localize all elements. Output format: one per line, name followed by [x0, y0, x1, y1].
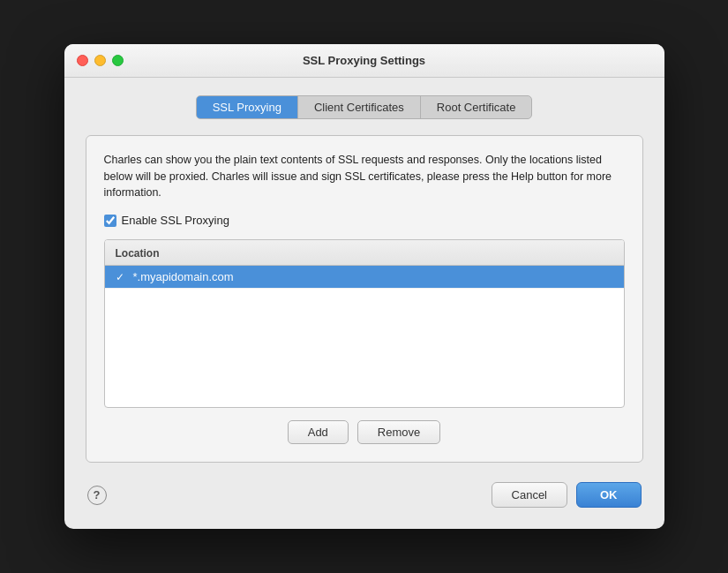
maximize-button[interactable] [112, 55, 124, 66]
description-text: Charles can show you the plain text cont… [104, 152, 625, 201]
titlebar: SSL Proxying Settings [64, 44, 664, 78]
tab-root-certificate[interactable]: Root Certificate [421, 96, 532, 118]
action-buttons: Add Remove [104, 420, 625, 444]
location-column-header: Location [116, 247, 160, 260]
table-row[interactable]: ✓ *.myapidomain.com [105, 266, 624, 289]
window-content: SSL Proxying Client Certificates Root Ce… [64, 78, 664, 529]
tabs-container: SSL Proxying Client Certificates Root Ce… [86, 95, 643, 119]
table-header: Location [105, 240, 624, 266]
minimize-button[interactable] [94, 55, 106, 66]
close-button[interactable] [77, 55, 88, 66]
row-location-value: *.myapidomain.com [133, 270, 234, 283]
tab-ssl-proxying[interactable]: SSL Proxying [197, 96, 298, 118]
row-checkmark-icon: ✓ [116, 271, 124, 283]
table-body: ✓ *.myapidomain.com [105, 266, 624, 407]
cancel-button[interactable]: Cancel [492, 482, 567, 508]
ssl-proxying-window: SSL Proxying Settings SSL Proxying Clien… [64, 44, 664, 529]
enable-ssl-proxying-checkbox[interactable] [104, 215, 116, 227]
ok-button[interactable]: OK [576, 482, 642, 508]
help-button[interactable]: ? [87, 486, 107, 505]
window-title: SSL Proxying Settings [303, 54, 425, 67]
enable-ssl-proxying-row: Enable SSL Proxying [104, 214, 625, 227]
traffic-lights [77, 55, 124, 66]
footer-right-buttons: Cancel OK [492, 482, 642, 508]
enable-ssl-proxying-label: Enable SSL Proxying [122, 214, 229, 227]
footer: ? Cancel OK [86, 482, 643, 508]
tab-bar: SSL Proxying Client Certificates Root Ce… [196, 95, 533, 119]
remove-button[interactable]: Remove [357, 420, 440, 444]
locations-table: Location ✓ *.myapidomain.com [104, 239, 625, 408]
tab-client-certificates[interactable]: Client Certificates [298, 96, 421, 118]
add-button[interactable]: Add [288, 420, 349, 444]
settings-panel: Charles can show you the plain text cont… [86, 135, 643, 463]
